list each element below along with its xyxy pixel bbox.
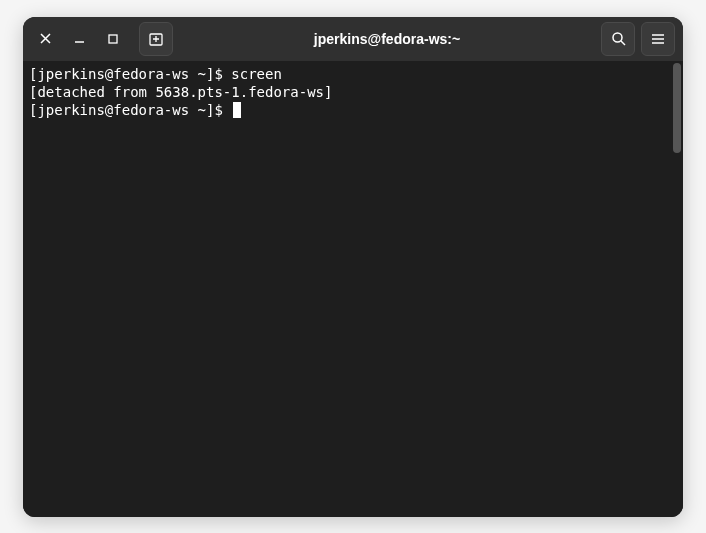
svg-rect-0 bbox=[109, 35, 117, 43]
window-controls-right bbox=[601, 22, 675, 56]
svg-point-2 bbox=[613, 33, 622, 42]
close-icon bbox=[40, 33, 51, 44]
menu-button[interactable] bbox=[641, 22, 675, 56]
new-tab-button[interactable] bbox=[139, 22, 173, 56]
minimize-icon bbox=[74, 33, 85, 44]
maximize-icon bbox=[108, 34, 118, 44]
terminal-line: [detached from 5638.pts-1.fedora-ws] bbox=[29, 83, 677, 101]
terminal-line: [jperkins@fedora-ws ~]$ screen bbox=[29, 65, 677, 83]
terminal-line: [jperkins@fedora-ws ~]$ bbox=[29, 101, 677, 119]
output-text: [detached from 5638.pts-1.fedora-ws] bbox=[29, 84, 332, 100]
search-icon bbox=[611, 31, 626, 46]
search-button[interactable] bbox=[601, 22, 635, 56]
scrollbar-thumb[interactable] bbox=[673, 63, 681, 153]
command-text: screen bbox=[231, 66, 282, 82]
cursor bbox=[233, 102, 241, 118]
window-controls-left bbox=[31, 22, 173, 56]
titlebar: jperkins@fedora-ws:~ bbox=[23, 17, 683, 61]
prompt: [jperkins@fedora-ws ~]$ bbox=[29, 66, 231, 82]
new-tab-icon bbox=[148, 31, 164, 47]
terminal-window: jperkins@fedora-ws:~ [jperkins@fedora-ws… bbox=[23, 17, 683, 517]
terminal-content[interactable]: [jperkins@fedora-ws ~]$ screen [detached… bbox=[23, 61, 683, 517]
hamburger-icon bbox=[651, 32, 665, 46]
maximize-button[interactable] bbox=[99, 25, 127, 53]
minimize-button[interactable] bbox=[65, 25, 93, 53]
prompt: [jperkins@fedora-ws ~]$ bbox=[29, 102, 231, 118]
close-button[interactable] bbox=[31, 25, 59, 53]
window-title: jperkins@fedora-ws:~ bbox=[179, 31, 595, 47]
